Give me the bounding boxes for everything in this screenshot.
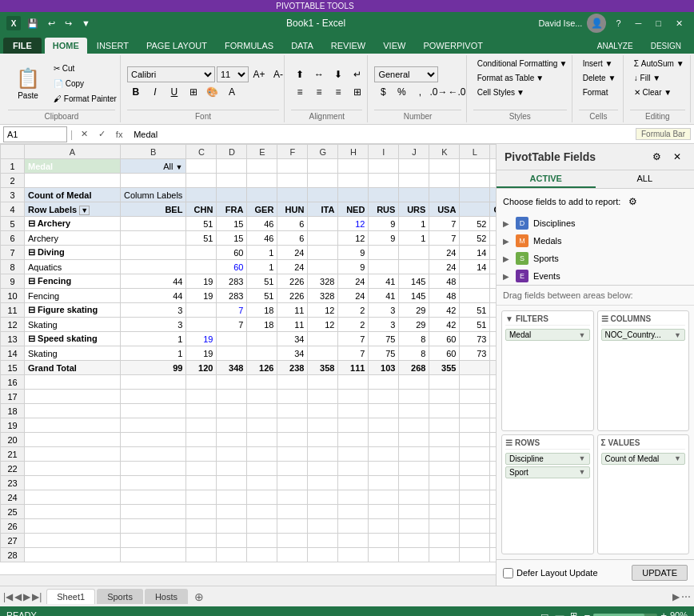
cell[interactable] [121, 404, 186, 418]
col-header-a[interactable]: A [25, 145, 121, 159]
cell[interactable] [121, 433, 186, 447]
cell[interactable]: 145 [399, 274, 429, 289]
cell[interactable] [186, 303, 217, 318]
cell[interactable]: RUS [369, 202, 399, 217]
cell[interactable]: 42 [429, 318, 460, 332]
cell[interactable] [308, 231, 338, 246]
fill-color-button[interactable]: 🎨 [204, 84, 221, 100]
sheet-nav-last-button[interactable]: ▶| [32, 591, 42, 602]
sheet-nav-first-button[interactable]: |◀ [3, 591, 13, 602]
cell[interactable] [338, 462, 369, 476]
cell[interactable] [217, 346, 247, 361]
cell[interactable]: 131 [490, 260, 496, 274]
cell[interactable]: 52 [460, 217, 490, 231]
cell[interactable]: BEL [121, 202, 186, 217]
cell[interactable]: Aquatics [25, 260, 121, 274]
cell[interactable] [399, 246, 429, 260]
cell[interactable]: Grand Total [25, 361, 121, 375]
normal-view-button[interactable]: ▭ [540, 610, 548, 617]
cell[interactable]: 29 [399, 318, 429, 332]
cell[interactable] [217, 159, 247, 174]
cell[interactable] [186, 188, 217, 202]
cell[interactable] [460, 433, 490, 447]
tab-page-layout[interactable]: PAGE LAYOUT [138, 38, 215, 54]
cell[interactable]: 75 [369, 332, 399, 346]
cell[interactable]: 3 [369, 318, 399, 332]
add-sheet-button[interactable]: ⊕ [189, 589, 209, 605]
cell[interactable]: 19 [186, 274, 217, 289]
cell[interactable] [369, 447, 399, 462]
cell[interactable]: 178 [490, 303, 496, 318]
cell[interactable]: 60 [429, 332, 460, 346]
cell[interactable] [399, 505, 429, 519]
cell[interactable] [277, 433, 308, 447]
cell[interactable] [121, 490, 186, 505]
clear-button[interactable]: ✕ Clear ▼ [630, 86, 676, 99]
customize-qat-button[interactable]: ▼ [78, 17, 94, 30]
bold-button[interactable]: B [127, 84, 145, 100]
cell[interactable] [490, 188, 496, 202]
cell[interactable]: 41 [369, 274, 399, 289]
cell[interactable] [338, 404, 369, 418]
minimize-button[interactable]: ─ [631, 17, 647, 30]
cell[interactable] [429, 433, 460, 447]
col-header-l[interactable]: L [460, 145, 490, 159]
cell[interactable]: 145 [399, 289, 429, 303]
cell[interactable]: 99 [121, 361, 186, 375]
cell[interactable] [247, 534, 277, 548]
cell[interactable]: 12 [308, 303, 338, 318]
page-break-view-button[interactable]: ⊞ [570, 610, 577, 617]
font-size-select[interactable]: 11 [217, 66, 249, 82]
cell[interactable]: HUN [277, 202, 308, 217]
defer-checkbox[interactable] [503, 568, 513, 578]
cell[interactable] [429, 534, 460, 548]
cell[interactable] [247, 332, 277, 346]
cell[interactable] [25, 462, 121, 476]
cell[interactable] [121, 246, 186, 260]
cell[interactable]: 3 [121, 303, 186, 318]
cell[interactable]: 7 [338, 332, 369, 346]
cell[interactable] [217, 332, 247, 346]
col-header-c[interactable]: C [186, 145, 217, 159]
cell[interactable] [277, 476, 308, 490]
cell[interactable] [277, 447, 308, 462]
help-button[interactable]: ? [611, 17, 625, 30]
cell[interactable]: 1 [121, 346, 186, 361]
cell[interactable] [460, 188, 490, 202]
cell[interactable] [308, 505, 338, 519]
cell[interactable] [217, 490, 247, 505]
cell[interactable] [460, 462, 490, 476]
cell[interactable] [429, 548, 460, 562]
cell[interactable] [121, 418, 186, 433]
cell[interactable] [308, 390, 338, 404]
cell[interactable] [277, 418, 308, 433]
cell[interactable]: 24 [429, 260, 460, 274]
cell[interactable] [399, 490, 429, 505]
cell[interactable] [121, 476, 186, 490]
cell[interactable] [460, 274, 490, 289]
insert-cells-button[interactable]: Insert ▼ [579, 57, 617, 70]
pivot-field-medals[interactable]: ▶ M Medals [497, 232, 694, 250]
cell[interactable] [338, 519, 369, 534]
cell[interactable] [277, 548, 308, 562]
cell[interactable]: 7 [429, 231, 460, 246]
cell[interactable] [490, 534, 496, 548]
tab-formulas[interactable]: FORMULAS [217, 38, 281, 54]
cell[interactable] [247, 418, 277, 433]
cell[interactable] [277, 462, 308, 476]
cell[interactable] [277, 490, 308, 505]
cell[interactable] [247, 174, 277, 188]
cell[interactable] [399, 375, 429, 390]
cell[interactable] [247, 390, 277, 404]
cell[interactable] [217, 462, 247, 476]
cut-button[interactable]: ✂ Cut [50, 62, 121, 75]
cell[interactable] [25, 375, 121, 390]
cell[interactable] [399, 433, 429, 447]
cell[interactable] [338, 490, 369, 505]
cell[interactable] [25, 418, 121, 433]
cell[interactable] [247, 346, 277, 361]
sheet-nav-next-button[interactable]: ▶ [23, 591, 30, 602]
cell[interactable] [490, 332, 496, 346]
cell[interactable] [490, 231, 496, 246]
cell[interactable] [25, 390, 121, 404]
